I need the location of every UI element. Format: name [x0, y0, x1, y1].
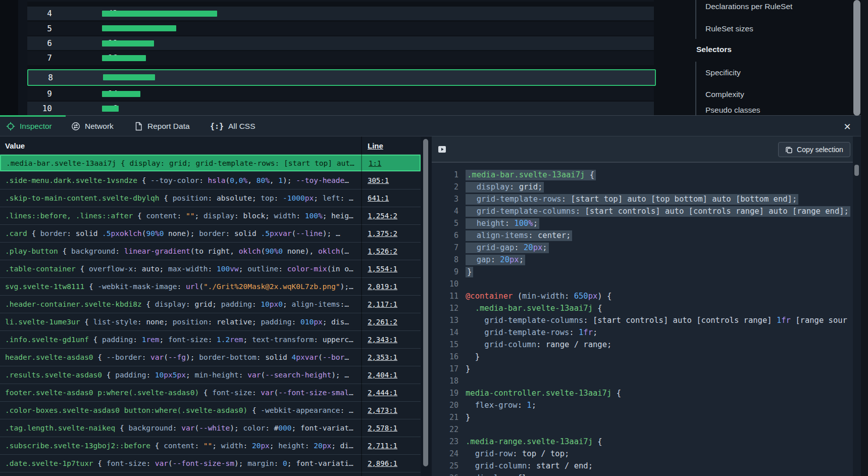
tab-network[interactable]: Network: [71, 116, 114, 136]
chart-row[interactable]: 914: [27, 87, 654, 101]
column-header-value[interactable]: Value: [5, 136, 25, 155]
code-text: display: grid;: [466, 182, 544, 192]
line-link[interactable]: 1,375:2: [368, 225, 397, 242]
left-rail-inner: [18, 0, 27, 116]
table-row[interactable]: header.svelte-asdas0 { --border: var(--f…: [0, 348, 421, 366]
rule-value: .play-button { background: linear-gradie…: [5, 243, 359, 260]
table-row[interactable]: .skip-to-main-content.svelte-dbylqh { po…: [0, 189, 421, 207]
code-text: grid-template-columns: [start controls] …: [466, 316, 847, 325]
line-number: 3: [432, 195, 458, 204]
sidebar-section-line: [695, 0, 696, 39]
table-row[interactable]: .lines::before, .lines::after { content:…: [0, 207, 421, 224]
tab-label: Network: [85, 122, 114, 131]
code-text: .media-bar.svelte-13aai7j {: [466, 304, 602, 313]
chart-row[interactable]: 619: [27, 36, 654, 50]
code-scrollbar-thumb[interactable]: [854, 165, 859, 176]
rule-value: .header-container.svelte-kbdi8z { displa…: [5, 296, 359, 313]
table-row-partial[interactable]: [0, 472, 421, 476]
table-row[interactable]: .date.svelte-1p7tuxr { font-size: var(--…: [0, 454, 421, 472]
copy-selection-button[interactable]: Copy selection: [778, 142, 850, 157]
line-link[interactable]: 1,254:2: [368, 207, 397, 224]
table-row[interactable]: .card { border: solid .5px oklch(90% 0 n…: [0, 224, 421, 242]
line-link[interactable]: 2,353:1: [368, 349, 397, 366]
tab-all-css[interactable]: {:}All CSS: [210, 116, 256, 136]
tab-inspector[interactable]: Inspector: [6, 116, 52, 136]
line-link[interactable]: 2,896:1: [368, 455, 397, 472]
sidebar-item-specificity[interactable]: Specificity: [705, 68, 741, 77]
table-row[interactable]: .play-button { background: linear-gradie…: [0, 242, 421, 260]
css-rules-table: .media-bar.svelte-13aai7j { display: gri…: [0, 155, 421, 476]
code-text: grid-row: top / top;: [466, 449, 569, 458]
table-row[interactable]: li.svelte-1ume3ur { list-style: none; po…: [0, 313, 421, 330]
table-row[interactable]: footer.svelte-asdas0 p:where(.svelte-asd…: [0, 384, 421, 401]
line-link[interactable]: 1,554:1: [368, 260, 397, 277]
line-number: 17: [432, 364, 458, 373]
table-row[interactable]: .info.svelte-gd1unf { padding: 1rem; fon…: [0, 330, 421, 348]
line-link[interactable]: 1,526:2: [368, 243, 397, 260]
line-number: 19: [432, 389, 458, 398]
tab-report-data[interactable]: Report Data: [134, 116, 190, 136]
sidebar-section-line: [695, 62, 696, 116]
code-line: 21}: [432, 411, 853, 423]
code-line: 7 grid-gap: 20px;: [432, 242, 853, 254]
line-link[interactable]: 2,473:1: [368, 402, 397, 419]
chart-row[interactable]: 106: [27, 102, 654, 115]
sidebar-item-declarations-per-ruleset[interactable]: Declarations per RuleSet: [705, 2, 792, 11]
table-row[interactable]: .side-menu.dark.svelte-1vsndze { --toy-c…: [0, 171, 421, 189]
inspector-tabbar: InspectorNetworkReport Data{:}All CSS: [0, 116, 868, 136]
page-scrollbar-thumb[interactable]: [853, 0, 860, 116]
rule-value: .card { border: solid .5px oklch(90% 0 n…: [5, 225, 359, 242]
table-row[interactable]: .results.svelte-asdas0 { padding: 10px 5…: [0, 366, 421, 384]
column-header-line[interactable]: Line: [368, 136, 383, 155]
line-link[interactable]: 1:1: [369, 156, 381, 170]
line-link[interactable]: 2,343:1: [368, 331, 397, 348]
tab-label: Report Data: [147, 122, 190, 131]
line-link[interactable]: 2,117:1: [368, 296, 397, 313]
code-text: gap: 20px;: [466, 255, 525, 264]
code-line: 6 align-items: center;: [432, 229, 853, 242]
table-row[interactable]: .tag.length.svelte-naikeq { background: …: [0, 419, 421, 437]
table-row[interactable]: svg.svelte-1tw8111 { -webkit-mask-image:…: [0, 277, 421, 295]
line-link[interactable]: 641:1: [368, 189, 389, 207]
sidebar-item-pseudo-classes[interactable]: Pseudo classes: [705, 106, 760, 115]
line-link[interactable]: 2,261:2: [368, 313, 397, 330]
rule-value: .lines::before, .lines::after { content:…: [5, 207, 359, 224]
expand-panel-icon[interactable]: [438, 145, 446, 154]
chart-row-label: 10: [27, 102, 52, 115]
line-link[interactable]: 2,711:1: [368, 437, 397, 454]
column-divider: [361, 136, 362, 476]
code-line: 15 grid-column: range / range;: [432, 339, 853, 351]
rule-value: .color-boxes.svelte-asdas0 button:where(…: [5, 402, 359, 419]
table-row[interactable]: .subscribe.svelte-13gboj2::before { cont…: [0, 437, 421, 454]
line-link[interactable]: 2,444:1: [368, 384, 397, 401]
rule-value: li.svelte-1ume3ur { list-style: none; po…: [5, 313, 359, 330]
chart-row[interactable]: 442: [27, 7, 654, 20]
table-row[interactable]: .table-container { overflow-x: auto; max…: [0, 260, 421, 277]
table-scrollbar-thumb[interactable]: [423, 139, 428, 466]
table-row[interactable]: .color-boxes.svelte-asdas0 button:where(…: [0, 401, 421, 419]
chart-row[interactable]: 716: [27, 51, 654, 65]
chart-row[interactable]: 527: [27, 22, 654, 35]
line-link[interactable]: 2,019:1: [368, 278, 397, 295]
line-number: 16: [432, 352, 458, 361]
rule-value: .tag.length.svelte-naikeq { background: …: [5, 419, 359, 437]
code-line: 9}: [432, 266, 853, 278]
tab-label: Inspector: [20, 122, 52, 131]
code-text: }: [466, 352, 480, 361]
line-number: 24: [432, 449, 458, 458]
code-line: 3 grid-template-rows: [start top] auto […: [432, 193, 853, 205]
line-link[interactable]: 2,404:1: [368, 366, 397, 384]
table-row[interactable]: .header-container.svelte-kbdi8z { displa…: [0, 295, 421, 313]
sidebar-item-ruleset-sizes[interactable]: RuleSet sizes: [705, 24, 753, 33]
code-line: 20 flex-grow: 1;: [432, 399, 853, 411]
copy-selection-label: Copy selection: [797, 146, 843, 154]
tab-label: All CSS: [228, 122, 255, 131]
page-scrollbar-track: [861, 0, 868, 476]
sidebar-item-complexity[interactable]: Complexity: [705, 90, 744, 99]
table-row[interactable]: .media-bar.svelte-13aai7j { display: gri…: [0, 155, 421, 171]
line-link[interactable]: 305:1: [368, 172, 389, 189]
code-line: 13 grid-template-columns: [start control…: [432, 314, 853, 326]
chart-row[interactable]: 819: [27, 69, 656, 86]
close-panel-button[interactable]: ✕: [841, 121, 853, 132]
line-link[interactable]: 2,578:1: [368, 419, 397, 437]
